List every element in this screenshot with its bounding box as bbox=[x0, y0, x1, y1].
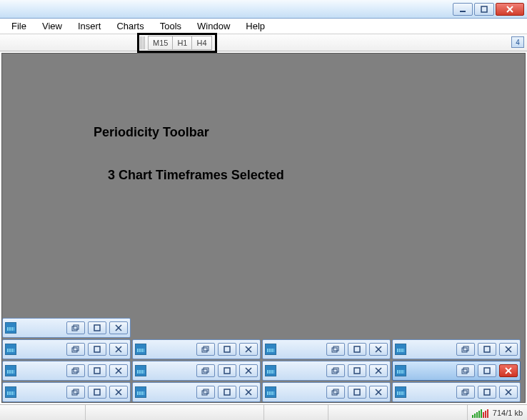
chart-icon bbox=[135, 386, 146, 398]
svg-rect-17 bbox=[224, 346, 230, 352]
chart-icon bbox=[265, 344, 276, 355]
child-maximize-button[interactable] bbox=[88, 321, 106, 334]
svg-rect-25 bbox=[463, 346, 468, 351]
chart-titlebar[interactable] bbox=[2, 339, 131, 359]
child-restore-button[interactable] bbox=[326, 343, 345, 356]
svg-rect-27 bbox=[484, 346, 490, 352]
chart-icon bbox=[395, 386, 406, 398]
mdi-child-windows-area bbox=[2, 316, 525, 402]
child-restore-button[interactable] bbox=[456, 364, 475, 377]
chart-titlebar[interactable] bbox=[392, 339, 521, 359]
child-restore-button[interactable] bbox=[456, 343, 475, 356]
child-close-button[interactable] bbox=[499, 386, 518, 399]
chart-titlebar[interactable] bbox=[2, 382, 131, 402]
chart-icon bbox=[5, 386, 16, 398]
child-maximize-button[interactable] bbox=[218, 386, 236, 399]
close-button[interactable] bbox=[496, 3, 524, 16]
status-segment bbox=[0, 405, 86, 420]
child-maximize-button[interactable] bbox=[348, 364, 366, 377]
child-restore-button[interactable] bbox=[66, 321, 85, 334]
svg-rect-61 bbox=[332, 391, 337, 395]
child-restore-button[interactable] bbox=[196, 386, 215, 399]
child-maximize-button[interactable] bbox=[218, 343, 236, 356]
svg-rect-12 bbox=[94, 346, 100, 352]
child-close-button[interactable] bbox=[369, 364, 388, 377]
svg-rect-5 bbox=[74, 325, 79, 329]
child-maximize-button[interactable] bbox=[88, 386, 106, 399]
svg-rect-45 bbox=[463, 368, 468, 372]
menu-window[interactable]: Window bbox=[190, 19, 237, 33]
chart-icon bbox=[135, 365, 146, 376]
child-restore-button[interactable] bbox=[326, 386, 345, 399]
child-restore-button[interactable] bbox=[196, 343, 215, 356]
svg-rect-16 bbox=[202, 348, 207, 352]
child-maximize-button[interactable] bbox=[348, 386, 366, 399]
toolbar-corner-badge[interactable]: 4 bbox=[511, 36, 524, 48]
svg-rect-32 bbox=[94, 368, 100, 374]
child-close-button[interactable] bbox=[109, 364, 128, 377]
child-maximize-button[interactable] bbox=[478, 343, 496, 356]
chart-titlebar[interactable] bbox=[262, 339, 391, 359]
child-maximize-button[interactable] bbox=[218, 364, 236, 377]
svg-rect-55 bbox=[204, 389, 209, 394]
svg-rect-36 bbox=[202, 369, 207, 374]
chart-titlebar[interactable] bbox=[392, 382, 521, 402]
child-maximize-button[interactable] bbox=[88, 364, 106, 377]
child-close-button[interactable] bbox=[239, 364, 258, 377]
svg-rect-15 bbox=[204, 346, 209, 351]
svg-rect-47 bbox=[484, 368, 490, 374]
chart-titlebar[interactable] bbox=[132, 382, 261, 402]
chart-icon bbox=[5, 365, 16, 376]
child-restore-button[interactable] bbox=[66, 364, 85, 377]
child-close-button[interactable] bbox=[499, 364, 518, 377]
child-close-button[interactable] bbox=[369, 386, 388, 399]
child-maximize-button[interactable] bbox=[478, 386, 496, 399]
child-restore-button[interactable] bbox=[66, 343, 85, 356]
chart-titlebar[interactable] bbox=[262, 382, 391, 402]
child-close-button[interactable] bbox=[239, 386, 258, 399]
svg-rect-41 bbox=[332, 369, 337, 374]
child-maximize-button[interactable] bbox=[348, 343, 366, 356]
svg-rect-60 bbox=[333, 389, 338, 394]
chart-titlebar[interactable] bbox=[2, 318, 131, 338]
svg-rect-20 bbox=[333, 346, 338, 351]
svg-rect-50 bbox=[74, 389, 79, 394]
toolbar-row: M15 H1 H4 4 bbox=[0, 34, 527, 51]
child-close-button[interactable] bbox=[109, 321, 128, 334]
child-maximize-button[interactable] bbox=[88, 343, 106, 356]
connection-status[interactable]: 714/1 kb bbox=[468, 405, 527, 420]
svg-rect-37 bbox=[224, 368, 230, 374]
chart-titlebar[interactable] bbox=[2, 361, 131, 381]
menu-file[interactable]: File bbox=[4, 19, 34, 33]
child-restore-button[interactable] bbox=[456, 386, 475, 399]
child-close-button[interactable] bbox=[499, 343, 518, 356]
chart-titlebar[interactable] bbox=[132, 339, 261, 359]
menu-tools[interactable]: Tools bbox=[153, 19, 189, 33]
svg-rect-40 bbox=[333, 368, 338, 372]
child-restore-button[interactable] bbox=[326, 364, 345, 377]
child-close-button[interactable] bbox=[109, 386, 128, 399]
minimize-button[interactable] bbox=[453, 3, 473, 16]
annotation-label-periodicity: Periodicity Toolbar bbox=[94, 125, 209, 140]
svg-rect-62 bbox=[354, 389, 360, 395]
child-close-button[interactable] bbox=[109, 343, 128, 356]
chart-titlebar-active[interactable] bbox=[392, 361, 521, 381]
menu-help[interactable]: Help bbox=[239, 19, 272, 33]
child-close-button[interactable] bbox=[239, 343, 258, 356]
svg-rect-65 bbox=[463, 389, 468, 394]
annotation-label-selected: 3 Chart Timeframes Selected bbox=[108, 168, 284, 183]
svg-rect-66 bbox=[462, 391, 467, 395]
child-restore-button[interactable] bbox=[66, 386, 85, 399]
svg-rect-35 bbox=[204, 368, 209, 372]
menu-charts[interactable]: Charts bbox=[109, 19, 151, 33]
child-maximize-button[interactable] bbox=[478, 364, 496, 377]
svg-rect-7 bbox=[94, 325, 100, 331]
child-restore-button[interactable] bbox=[196, 364, 215, 377]
chart-titlebar[interactable] bbox=[262, 361, 391, 381]
child-close-button[interactable] bbox=[369, 343, 388, 356]
menu-view[interactable]: View bbox=[35, 19, 69, 33]
chart-titlebar[interactable] bbox=[132, 361, 261, 381]
menu-insert[interactable]: Insert bbox=[71, 19, 109, 33]
chart-icon bbox=[5, 322, 16, 334]
maximize-button[interactable] bbox=[474, 3, 494, 16]
